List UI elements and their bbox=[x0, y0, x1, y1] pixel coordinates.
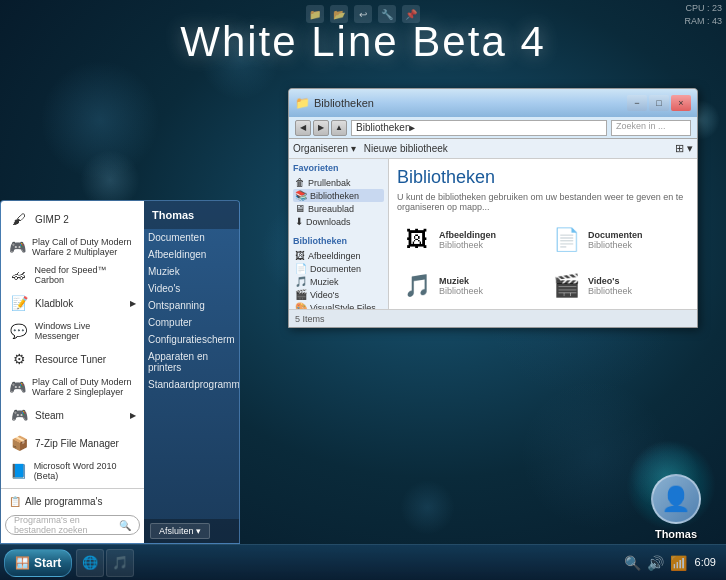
back-button[interactable]: ◀ bbox=[295, 120, 311, 136]
all-programs-item[interactable]: 📋 Alle programma's bbox=[1, 492, 144, 511]
right-videos[interactable]: Video's bbox=[144, 280, 239, 297]
shutdown-button[interactable]: Afsluiten ▾ bbox=[150, 523, 210, 539]
right-muziek[interactable]: Muziek bbox=[144, 263, 239, 280]
word-icon: 📘 bbox=[9, 461, 28, 481]
address-text: Bibliotheken bbox=[356, 122, 410, 133]
steam-icon: 🎮 bbox=[9, 405, 29, 425]
start-search-icon: 🔍 bbox=[119, 520, 131, 531]
search-tray-icon[interactable]: 🔍 bbox=[624, 555, 641, 571]
network-tray-icon[interactable]: 📶 bbox=[670, 555, 687, 571]
7zip-icon: 📦 bbox=[9, 433, 29, 453]
status-bar: 5 Items bbox=[289, 309, 697, 327]
sidebar-item-visualstyle[interactable]: 🎨VisualStyle Files bbox=[293, 301, 384, 309]
search-placeholder: Zoeken in ... bbox=[616, 121, 666, 131]
start-user-header: Thomas bbox=[144, 201, 239, 229]
search-box[interactable]: Zoeken in ... bbox=[611, 120, 691, 136]
start-item-cod-sp[interactable]: 🎮 Play Call of Duty Modern Warfare 2 Sin… bbox=[1, 373, 144, 401]
maximize-button[interactable]: □ bbox=[649, 95, 669, 111]
start-button[interactable]: 🪟 Start bbox=[4, 549, 72, 577]
forward-button[interactable]: ▶ bbox=[313, 120, 329, 136]
sidebar-item-downloads[interactable]: ⬇Downloads bbox=[293, 215, 384, 228]
library-afbeeldingen[interactable]: 🖼 AfbeeldingenBibliotheek bbox=[397, 220, 540, 260]
address-path[interactable]: Bibliotheken ▸ bbox=[351, 120, 607, 136]
organize-button[interactable]: Organiseren ▾ bbox=[293, 143, 356, 154]
shutdown-bar: Afsluiten ▾ bbox=[144, 519, 239, 543]
start-item-cod-mp[interactable]: 🎮 Play Call of Duty Modern Warfare 2 Mul… bbox=[1, 233, 144, 261]
start-item-resource-label: Resource Tuner bbox=[35, 354, 106, 365]
start-item-7zip-label: 7-Zip File Manager bbox=[35, 438, 119, 449]
muziek-icon: 🎵 bbox=[401, 270, 433, 302]
start-item-messenger[interactable]: 💬 Windows Live Messenger bbox=[1, 317, 144, 345]
view-controls[interactable]: ⊞ ▾ bbox=[675, 142, 693, 155]
up-button[interactable]: ▲ bbox=[331, 120, 347, 136]
kladblok-icon: 📝 bbox=[9, 293, 29, 313]
explorer-body: Favorieten 🗑Prullenbak 📚Bibliotheken 🖥Bu… bbox=[289, 159, 697, 309]
sidebar-item-bibliotheken[interactable]: 📚Bibliotheken bbox=[293, 189, 384, 202]
start-item-kladblok[interactable]: 📝 Kladblok ▶ bbox=[1, 289, 144, 317]
taskbar-icon-browser[interactable]: 🌐 bbox=[76, 549, 104, 577]
minimize-button[interactable]: − bbox=[627, 95, 647, 111]
nfs-icon: 🏎 bbox=[9, 265, 29, 285]
library-videos[interactable]: 🎬 Video'sBibliotheek bbox=[546, 266, 689, 306]
sidebar-item-videos[interactable]: 🎬Video's bbox=[293, 288, 384, 301]
sidebar-item-afbeeldingen[interactable]: 🖼Afbeeldingen bbox=[293, 249, 384, 262]
taskbar-icon-music[interactable]: 🎵 bbox=[106, 549, 134, 577]
sidebar-item-bureaublad[interactable]: 🖥Bureaublad bbox=[293, 202, 384, 215]
cod-mp-icon: 🎮 bbox=[9, 237, 26, 257]
start-item-messenger-label: Windows Live Messenger bbox=[35, 321, 136, 341]
content-desc: U kunt de bibliotheken gebruiken om uw b… bbox=[397, 192, 689, 212]
user-name-display: Thomas bbox=[655, 528, 697, 540]
right-ontspanning[interactable]: Ontspanning bbox=[144, 297, 239, 314]
documenten-name: Documenten bbox=[588, 230, 643, 240]
start-item-7zip[interactable]: 📦 7-Zip File Manager bbox=[1, 429, 144, 457]
gimp-icon: 🖌 bbox=[9, 209, 29, 229]
main-title: White Line Beta 4 bbox=[0, 18, 726, 66]
clock-time: 6:09 bbox=[695, 555, 716, 569]
start-item-cod-sp-label: Play Call of Duty Modern Warfare 2 Singl… bbox=[32, 377, 136, 397]
right-standaard[interactable]: Standaardprogramma's bbox=[144, 376, 239, 393]
right-afbeeldingen[interactable]: Afbeeldingen bbox=[144, 246, 239, 263]
all-programs-icon: 📋 bbox=[9, 496, 21, 507]
library-documenten[interactable]: 📄 DocumentenBibliotheek bbox=[546, 220, 689, 260]
content-area: Bibliotheken U kunt de bibliotheken gebr… bbox=[389, 159, 697, 309]
explorer-window: 📁 Bibliotheken − □ × ◀ ▶ ▲ Bibliotheken … bbox=[288, 88, 698, 328]
right-apparaten[interactable]: Apparaten en printers bbox=[144, 348, 239, 376]
close-button[interactable]: × bbox=[671, 95, 691, 111]
library-muziek[interactable]: 🎵 MuziekBibliotheek bbox=[397, 266, 540, 306]
cpu-info: CPU : 23 bbox=[684, 2, 722, 15]
library-grid: 🖼 AfbeeldingenBibliotheek 📄 DocumentenBi… bbox=[397, 220, 689, 309]
right-computer[interactable]: Computer bbox=[144, 314, 239, 331]
right-configuratiescherm[interactable]: Configuratiescherm bbox=[144, 331, 239, 348]
start-item-nfs[interactable]: 🏎 Need for Speed™ Carbon bbox=[1, 261, 144, 289]
videos-name: Video's bbox=[588, 276, 632, 286]
item-count: 5 Items bbox=[295, 314, 325, 324]
volume-tray-icon[interactable]: 🔊 bbox=[647, 555, 664, 571]
start-item-cod-mp-label: Play Call of Duty Modern Warfare 2 Multi… bbox=[32, 237, 136, 257]
sidebar-item-prullenbak[interactable]: 🗑Prullenbak bbox=[293, 176, 384, 189]
sidebar-item-muziek[interactable]: 🎵Muziek bbox=[293, 275, 384, 288]
start-item-gimp-label: GIMP 2 bbox=[35, 214, 69, 225]
videos-icon: 🎬 bbox=[550, 270, 582, 302]
windows-orb: 🪟 bbox=[15, 556, 30, 570]
new-library-button[interactable]: Nieuwe bibliotheek bbox=[364, 143, 448, 154]
start-menu: 🖌 GIMP 2 🎮 Play Call of Duty Modern Warf… bbox=[0, 200, 240, 544]
afbeeldingen-icon: 🖼 bbox=[401, 224, 433, 256]
start-item-gimp[interactable]: 🖌 GIMP 2 bbox=[1, 205, 144, 233]
start-menu-right: Thomas Documenten Afbeeldingen Muziek Vi… bbox=[144, 201, 239, 543]
kladblok-arrow: ▶ bbox=[130, 299, 136, 308]
messenger-icon: 💬 bbox=[9, 321, 29, 341]
cod-sp-icon: 🎮 bbox=[9, 377, 26, 397]
muziek-name: Muziek bbox=[439, 276, 483, 286]
start-item-word[interactable]: 📘 Microsoft Word 2010 (Beta) bbox=[1, 457, 144, 485]
sidebar-item-documenten[interactable]: 📄Documenten bbox=[293, 262, 384, 275]
start-item-steam[interactable]: 🎮 Steam ▶ bbox=[1, 401, 144, 429]
taskbar-pinned-icons: 🌐 🎵 bbox=[76, 549, 134, 577]
start-item-resource[interactable]: ⚙ Resource Tuner bbox=[1, 345, 144, 373]
start-search-placeholder: Programma's en bestanden zoeken bbox=[14, 515, 119, 535]
content-title: Bibliotheken bbox=[397, 167, 689, 188]
clock-display[interactable]: 6:09 bbox=[695, 555, 716, 569]
libraries-title: Bibliotheken bbox=[293, 236, 384, 246]
right-documenten[interactable]: Documenten bbox=[144, 229, 239, 246]
start-search-bar[interactable]: Programma's en bestanden zoeken 🔍 bbox=[5, 515, 140, 535]
toolbar-strip: Organiseren ▾ Nieuwe bibliotheek ⊞ ▾ bbox=[289, 139, 697, 159]
